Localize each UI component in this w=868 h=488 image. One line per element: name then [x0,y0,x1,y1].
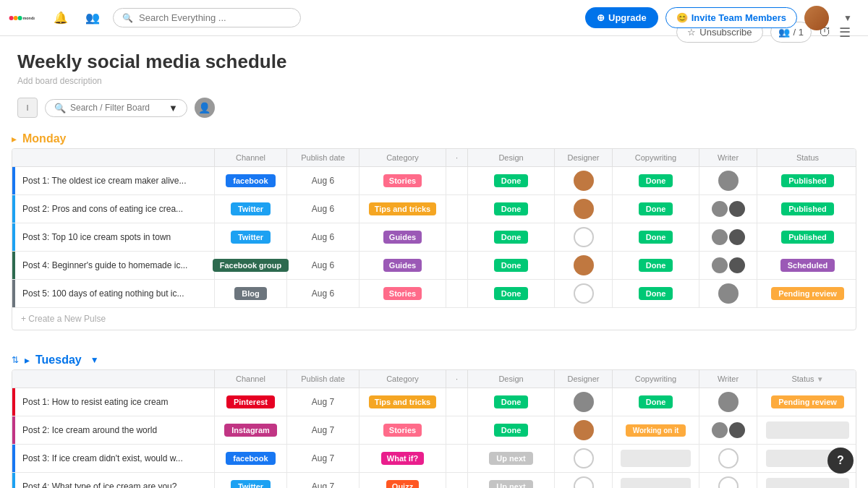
date-cell[interactable]: Aug 6 [287,252,359,279]
row-title[interactable]: Post 2: Pros and cons of eating ice crea… [22,204,183,214]
writer-cell[interactable] [699,167,757,194]
writer-cell[interactable] [699,473,757,488]
writer-cell[interactable] [699,416,757,444]
designer-cell[interactable] [555,416,613,444]
category-cell[interactable]: Stories [359,416,446,444]
filter-dropdown-icon[interactable]: ▼ [169,103,178,114]
design-cell[interactable]: Done [468,416,555,444]
design-cell[interactable]: Done [468,388,555,416]
date-cell[interactable]: Aug 6 [287,280,359,307]
date-cell[interactable]: Aug 7 [287,445,359,472]
monday-collapse-icon[interactable]: ▸ [12,133,17,145]
channel-cell[interactable]: Twitter [215,473,287,488]
writer-cell[interactable] [699,252,757,279]
copywriting-cell[interactable] [613,445,699,472]
design-cell[interactable]: Done [468,280,555,307]
date-cell[interactable]: Aug 7 [287,473,359,488]
date-cell[interactable]: Aug 7 [287,388,359,416]
invite-button[interactable]: 😊 Invite Team Members [665,7,797,28]
status-cell[interactable] [757,473,856,488]
tuesday-collapse-icon[interactable]: ▸ [25,354,30,366]
copywriting-cell[interactable]: Done [613,280,699,307]
status-cell[interactable]: Pending review [757,280,856,307]
designer-cell[interactable] [555,280,613,307]
status-cell[interactable] [757,416,856,444]
design-cell[interactable]: Done [468,252,555,279]
channel-cell[interactable]: Blog [215,280,287,307]
row-title[interactable]: Post 4: Beginner's guide to homemade ic.… [22,260,187,270]
copywriting-cell[interactable]: Working on it [613,416,699,444]
filter-search[interactable]: 🔍 ▼ [45,99,187,117]
date-cell[interactable]: Aug 7 [287,416,359,444]
category-cell[interactable]: Tips and tricks [359,388,446,416]
status-cell[interactable]: Published [757,167,856,194]
row-title[interactable]: Post 3: If ice cream didn't exist, would… [22,453,183,463]
designer-cell[interactable] [555,167,613,194]
monday-group-title[interactable]: Monday [22,132,66,145]
team-icon[interactable]: 👥 [81,7,104,30]
date-cell[interactable]: Aug 6 [287,195,359,223]
designer-cell[interactable] [555,252,613,279]
channel-cell[interactable]: Twitter [215,195,287,223]
category-cell[interactable]: Tips and tricks [359,195,446,223]
status-cell[interactable]: Scheduled [757,252,856,279]
design-cell[interactable]: Up next [468,445,555,472]
status-cell[interactable]: Published [757,195,856,223]
design-cell[interactable]: Done [468,195,555,223]
design-cell[interactable]: Up next [468,473,555,488]
design-cell[interactable]: Done [468,167,555,194]
search-input[interactable] [139,12,284,23]
avatar[interactable] [804,6,829,30]
writer-cell[interactable] [699,388,757,416]
copywriting-cell[interactable]: Done [613,223,699,251]
copywriting-cell[interactable]: Done [613,195,699,223]
category-cell[interactable]: Guides [359,223,446,251]
copywriting-cell[interactable]: Done [613,252,699,279]
channel-cell[interactable]: Facebook group [215,252,287,279]
add-pulse-monday[interactable]: + Create a New Pulse [12,308,856,330]
copywriting-cell[interactable]: Done [613,167,699,194]
writer-cell[interactable] [699,445,757,472]
status-cell[interactable]: Pending review [757,388,856,416]
row-title[interactable]: Post 1: How to resist eating ice cream [22,397,168,407]
row-title[interactable]: Post 2: Ice cream around the world [22,425,157,435]
global-search[interactable]: 🔍 [113,8,301,27]
writer-cell[interactable] [699,280,757,307]
date-cell[interactable]: Aug 6 [287,223,359,251]
person-filter-icon[interactable]: 👤 [195,98,215,118]
category-cell[interactable]: Stories [359,167,446,194]
design-cell[interactable]: Done [468,223,555,251]
row-title[interactable]: Post 1: The oldest ice cream maker alive… [22,176,187,186]
board-description[interactable]: Add board description [17,76,851,86]
category-cell[interactable]: Guides [359,252,446,279]
row-title[interactable]: Post 4: What type of ice cream are you? [22,481,176,488]
designer-cell[interactable] [555,388,613,416]
category-cell[interactable]: Stories [359,280,446,307]
channel-cell[interactable]: Instagram [215,416,287,444]
filter-search-input[interactable] [70,103,164,113]
status-cell[interactable]: Published [757,223,856,251]
channel-cell[interactable]: facebook [215,445,287,472]
category-cell[interactable]: Quizz [359,473,446,488]
more-icon[interactable]: ▼ [836,7,859,30]
channel-cell[interactable]: facebook [215,167,287,194]
designer-cell[interactable] [555,473,613,488]
logo[interactable]: monday [9,5,35,31]
writer-cell[interactable] [699,195,757,223]
copywriting-cell[interactable]: Done [613,388,699,416]
tuesday-group-title[interactable]: Tuesday [35,354,82,367]
channel-cell[interactable]: Twitter [215,223,287,251]
upgrade-button[interactable]: ⊕ Upgrade [585,7,658,28]
channel-cell[interactable]: Pinterest [215,388,287,416]
writer-cell[interactable] [699,223,757,251]
row-title[interactable]: Post 5: 100 days of eating nothing but i… [22,288,184,299]
tuesday-expand-icon[interactable]: ▼ [90,355,99,365]
date-cell[interactable]: Aug 6 [287,167,359,194]
copywriting-cell[interactable] [613,473,699,488]
notifications-icon[interactable]: 🔔 [49,7,72,30]
toggle-button[interactable]: I [17,98,38,118]
help-button[interactable]: ? [827,448,854,474]
designer-cell[interactable] [555,195,613,223]
row-title[interactable]: Post 3: Top 10 ice cream spots in town [22,232,171,242]
category-cell[interactable]: What if? [359,445,446,472]
